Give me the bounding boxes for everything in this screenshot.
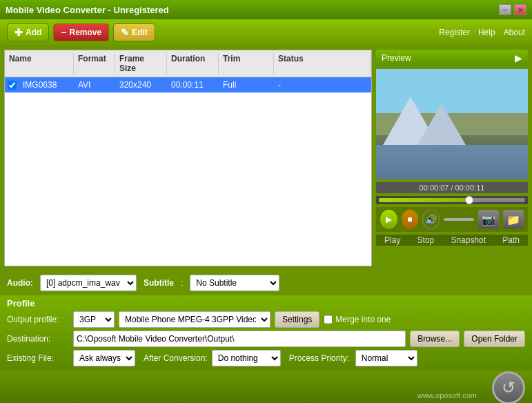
row-framesize: 320x240 [115, 79, 167, 91]
row-trim: Full [219, 79, 274, 91]
seekbar-thumb[interactable] [465, 196, 473, 204]
help-link[interactable]: Help [478, 28, 495, 37]
col-name: Name [5, 52, 74, 75]
register-link[interactable]: Register [439, 28, 470, 37]
minimize-button[interactable]: ─ [499, 4, 511, 15]
col-framesize: Frame Size [115, 52, 167, 75]
snapshot-button[interactable]: 📷 [478, 210, 499, 229]
snapshot-label: Snapshot [451, 235, 486, 245]
file-list: Name Format Frame Size Duration Trim Sta… [4, 50, 372, 266]
stop-label: Stop [417, 235, 435, 245]
col-format: Format [74, 52, 115, 75]
toolbar-left: ✚ Add − Remove ✎ Edit [7, 23, 155, 41]
video-frame [376, 69, 528, 179]
merge-checkbox-label: Merge into one [324, 311, 391, 328]
seekbar[interactable] [376, 196, 528, 204]
play-button[interactable]: ▶ [380, 210, 397, 229]
settings-button[interactable]: Settings [275, 311, 319, 328]
subtitle-colon: : [181, 278, 183, 288]
play-label: Play [384, 235, 400, 245]
preview-play-icon[interactable]: ▶ [515, 52, 522, 63]
preview-title: Preview [382, 53, 411, 63]
profile-title: Profile [7, 298, 525, 308]
main-area: Name Format Frame Size Duration Trim Sta… [0, 46, 532, 271]
destination-label: Destination: [7, 334, 69, 344]
after-conversion-label: After Conversion: [144, 353, 208, 363]
edit-button[interactable]: ✎ Edit [113, 23, 155, 41]
process-priority-label: Process Priority: [289, 353, 351, 363]
stop-button[interactable]: ■ [402, 210, 419, 229]
app-title: Mobile Video Converter - Unregistered [6, 5, 169, 15]
toolbar-right: Register Help About [439, 28, 525, 37]
subtitle-label: Subtitle [144, 278, 174, 288]
profile-section: Profile Output profile: 3GP Mobile Phone… [0, 295, 532, 371]
col-trim: Trim [219, 52, 274, 75]
preview-time: 00:00:07 / 00:00:11 [376, 182, 528, 193]
add-icon: ✚ [14, 27, 23, 38]
merge-checkbox[interactable] [324, 311, 333, 328]
row-checkbox[interactable] [5, 79, 19, 91]
row-duration: 00:00:11 [167, 79, 219, 91]
audio-select[interactable]: [0] adpcm_ima_wav [40, 275, 137, 291]
volume-button[interactable]: 🔊 [422, 210, 440, 229]
profile-row-1: Output profile: 3GP Mobile Phone MPEG-4 … [7, 311, 525, 328]
preview-panel: Preview ▶ 00:00:07 / 00:00:11 ▶ ■ 🔊 📷 📁 [376, 50, 528, 266]
volume-slider[interactable] [444, 218, 474, 221]
col-duration: Duration [167, 52, 219, 75]
water-graphic [376, 145, 528, 179]
remove-label: Remove [70, 28, 102, 37]
titlebar: Mobile Video Converter - Unregistered ─ … [0, 0, 532, 19]
after-conversion-select[interactable]: Do nothing [212, 350, 281, 366]
output-profile-label: Output profile: [7, 315, 69, 324]
existing-label: Existing File: [7, 353, 69, 363]
row-format: AVI [74, 79, 115, 91]
about-link[interactable]: About [504, 28, 525, 37]
refresh-icon[interactable]: ↺ [492, 371, 525, 403]
seekbar-track[interactable] [379, 198, 525, 202]
path-label: Path [502, 235, 520, 245]
output-format-select[interactable]: 3GP [73, 311, 115, 328]
output-profile-select[interactable]: Mobile Phone MPEG-4 3GPP Video(*.3gp) [119, 311, 270, 328]
window-controls: ─ ✕ [499, 4, 526, 15]
bottom-bar: www.oposoft.com ↺ [0, 371, 532, 403]
browse-button[interactable]: Browse... [410, 331, 460, 347]
audio-label: Audio: [7, 278, 33, 288]
process-priority-select[interactable]: Normal [355, 350, 417, 366]
row-status: - [274, 79, 371, 91]
toolbar: ✚ Add − Remove ✎ Edit Register Help Abou… [0, 19, 532, 46]
close-button[interactable]: ✕ [514, 4, 526, 15]
add-button[interactable]: ✚ Add [7, 23, 49, 41]
col-status: Status [274, 52, 371, 75]
preview-controls: ▶ ■ 🔊 📷 📁 [376, 207, 528, 232]
table-row[interactable]: IMG0638 AVI 320x240 00:00:11 Full - [5, 77, 371, 92]
row-name: IMG0638 [19, 79, 74, 91]
control-labels: Play Stop Snapshot Path [376, 235, 528, 246]
path-button[interactable]: 📁 [503, 210, 524, 229]
add-label: Add [26, 28, 41, 37]
watermark: www.oposoft.com [417, 391, 477, 400]
remove-button[interactable]: − Remove [53, 23, 109, 41]
audio-bar: Audio: [0] adpcm_ima_wav Subtitle : No S… [0, 271, 532, 295]
profile-row-2: Destination: Browse... Open Folder [7, 331, 525, 347]
profile-row-3: Existing File: Ask always After Conversi… [7, 350, 525, 366]
preview-header: Preview ▶ [376, 50, 528, 66]
remove-icon: − [61, 27, 66, 38]
merge-label: Merge into one [335, 315, 391, 324]
mountain2-graphic [417, 104, 466, 145]
destination-input[interactable] [73, 331, 406, 347]
filelist-header: Name Format Frame Size Duration Trim Sta… [5, 50, 371, 77]
preview-video [376, 69, 528, 179]
edit-label: Edit [132, 28, 148, 37]
edit-icon: ✎ [121, 27, 129, 38]
subtitle-select[interactable]: No Subtitle [190, 275, 279, 291]
existing-select[interactable]: Ask always [73, 350, 135, 366]
open-folder-button[interactable]: Open Folder [464, 331, 525, 347]
seekbar-fill [379, 198, 466, 202]
